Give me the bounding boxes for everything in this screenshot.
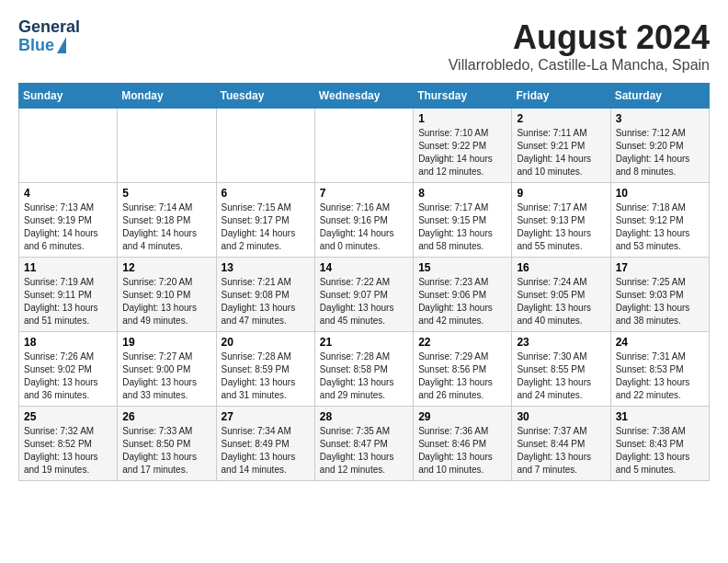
day-detail: Sunrise: 7:14 AM Sunset: 9:18 PM Dayligh…	[122, 201, 210, 253]
day-detail: Sunrise: 7:36 AM Sunset: 8:46 PM Dayligh…	[418, 425, 506, 477]
calendar-table: SundayMondayTuesdayWednesdayThursdayFrid…	[18, 83, 710, 481]
day-number: 2	[517, 112, 605, 125]
day-number: 21	[320, 336, 408, 349]
day-number: 12	[122, 261, 210, 274]
day-detail: Sunrise: 7:30 AM Sunset: 8:55 PM Dayligh…	[517, 350, 605, 402]
day-detail: Sunrise: 7:11 AM Sunset: 9:21 PM Dayligh…	[517, 127, 605, 178]
page-header: General Blue August 2024 Villarrobledo, …	[18, 18, 710, 74]
logo-general: General	[18, 18, 80, 37]
day-cell: 11Sunrise: 7:19 AM Sunset: 9:11 PM Dayli…	[19, 258, 118, 332]
day-detail: Sunrise: 7:21 AM Sunset: 9:08 PM Dayligh…	[222, 276, 310, 327]
day-detail: Sunrise: 7:24 AM Sunset: 9:05 PM Dayligh…	[517, 276, 605, 327]
day-detail: Sunrise: 7:10 AM Sunset: 9:22 PM Dayligh…	[418, 127, 506, 178]
header-thursday: Thursday	[414, 84, 512, 109]
day-number: 9	[517, 187, 605, 200]
day-cell: 2Sunrise: 7:11 AM Sunset: 9:21 PM Daylig…	[512, 109, 610, 183]
day-detail: Sunrise: 7:32 AM Sunset: 8:52 PM Dayligh…	[24, 425, 112, 477]
day-cell	[314, 109, 413, 183]
day-detail: Sunrise: 7:33 AM Sunset: 8:50 PM Dayligh…	[122, 425, 210, 477]
day-detail: Sunrise: 7:35 AM Sunset: 8:47 PM Dayligh…	[320, 425, 408, 477]
header-monday: Monday	[118, 84, 216, 109]
day-number: 23	[517, 336, 605, 349]
day-number: 10	[616, 187, 704, 200]
day-number: 16	[517, 261, 605, 274]
day-cell: 16Sunrise: 7:24 AM Sunset: 9:05 PM Dayli…	[512, 258, 610, 332]
day-number: 1	[418, 112, 506, 125]
day-cell	[19, 109, 118, 183]
day-cell: 23Sunrise: 7:30 AM Sunset: 8:55 PM Dayli…	[512, 332, 610, 407]
day-cell	[216, 109, 314, 183]
calendar-subtitle: Villarrobledo, Castille-La Mancha, Spain	[449, 57, 710, 74]
day-cell: 26Sunrise: 7:33 AM Sunset: 8:50 PM Dayli…	[118, 407, 216, 481]
day-cell: 9Sunrise: 7:17 AM Sunset: 9:13 PM Daylig…	[512, 183, 610, 258]
day-detail: Sunrise: 7:28 AM Sunset: 8:59 PM Dayligh…	[222, 350, 310, 402]
day-detail: Sunrise: 7:25 AM Sunset: 9:03 PM Dayligh…	[616, 276, 704, 327]
day-detail: Sunrise: 7:15 AM Sunset: 9:17 PM Dayligh…	[222, 201, 310, 253]
calendar-body: 1Sunrise: 7:10 AM Sunset: 9:22 PM Daylig…	[19, 109, 710, 481]
day-detail: Sunrise: 7:27 AM Sunset: 9:00 PM Dayligh…	[122, 350, 210, 402]
day-number: 4	[24, 187, 112, 200]
day-cell: 18Sunrise: 7:26 AM Sunset: 9:02 PM Dayli…	[19, 332, 118, 407]
calendar-title: August 2024	[449, 18, 710, 57]
day-cell: 17Sunrise: 7:25 AM Sunset: 9:03 PM Dayli…	[610, 258, 709, 332]
week-row-2: 4Sunrise: 7:13 AM Sunset: 9:19 PM Daylig…	[19, 183, 710, 258]
day-number: 26	[122, 410, 210, 423]
day-detail: Sunrise: 7:34 AM Sunset: 8:49 PM Dayligh…	[222, 425, 310, 477]
week-row-4: 18Sunrise: 7:26 AM Sunset: 9:02 PM Dayli…	[19, 332, 710, 407]
day-cell: 27Sunrise: 7:34 AM Sunset: 8:49 PM Dayli…	[216, 407, 314, 481]
day-cell: 7Sunrise: 7:16 AM Sunset: 9:16 PM Daylig…	[314, 183, 413, 258]
day-number: 5	[122, 187, 210, 200]
day-cell: 3Sunrise: 7:12 AM Sunset: 9:20 PM Daylig…	[610, 109, 709, 183]
day-detail: Sunrise: 7:22 AM Sunset: 9:07 PM Dayligh…	[320, 276, 408, 327]
day-cell: 30Sunrise: 7:37 AM Sunset: 8:44 PM Dayli…	[512, 407, 610, 481]
logo-text: General Blue	[18, 18, 80, 55]
day-detail: Sunrise: 7:16 AM Sunset: 9:16 PM Dayligh…	[320, 201, 408, 253]
day-cell: 22Sunrise: 7:29 AM Sunset: 8:56 PM Dayli…	[414, 332, 512, 407]
day-cell: 28Sunrise: 7:35 AM Sunset: 8:47 PM Dayli…	[314, 407, 413, 481]
header-sunday: Sunday	[19, 84, 118, 109]
day-cell: 31Sunrise: 7:38 AM Sunset: 8:43 PM Dayli…	[610, 407, 709, 481]
day-number: 28	[320, 410, 408, 423]
header-wednesday: Wednesday	[314, 84, 413, 109]
day-cell: 13Sunrise: 7:21 AM Sunset: 9:08 PM Dayli…	[216, 258, 314, 332]
day-number: 15	[418, 261, 506, 274]
day-number: 27	[222, 410, 310, 423]
day-cell: 21Sunrise: 7:28 AM Sunset: 8:58 PM Dayli…	[314, 332, 413, 407]
day-cell: 1Sunrise: 7:10 AM Sunset: 9:22 PM Daylig…	[414, 109, 512, 183]
day-detail: Sunrise: 7:28 AM Sunset: 8:58 PM Dayligh…	[320, 350, 408, 402]
day-number: 29	[418, 410, 506, 423]
day-number: 24	[616, 336, 704, 349]
header-saturday: Saturday	[610, 84, 709, 109]
day-cell: 5Sunrise: 7:14 AM Sunset: 9:18 PM Daylig…	[118, 183, 216, 258]
day-cell: 12Sunrise: 7:20 AM Sunset: 9:10 PM Dayli…	[118, 258, 216, 332]
day-detail: Sunrise: 7:31 AM Sunset: 8:53 PM Dayligh…	[616, 350, 704, 402]
day-detail: Sunrise: 7:20 AM Sunset: 9:10 PM Dayligh…	[122, 276, 210, 327]
day-cell: 10Sunrise: 7:18 AM Sunset: 9:12 PM Dayli…	[610, 183, 709, 258]
day-detail: Sunrise: 7:29 AM Sunset: 8:56 PM Dayligh…	[418, 350, 506, 402]
day-number: 7	[320, 187, 408, 200]
header-row: SundayMondayTuesdayWednesdayThursdayFrid…	[19, 84, 710, 109]
day-detail: Sunrise: 7:18 AM Sunset: 9:12 PM Dayligh…	[616, 201, 704, 253]
day-cell: 24Sunrise: 7:31 AM Sunset: 8:53 PM Dayli…	[610, 332, 709, 407]
day-detail: Sunrise: 7:38 AM Sunset: 8:43 PM Dayligh…	[616, 425, 704, 477]
logo: General Blue	[18, 18, 80, 55]
day-detail: Sunrise: 7:13 AM Sunset: 9:19 PM Dayligh…	[24, 201, 112, 253]
day-number: 13	[222, 261, 310, 274]
day-number: 11	[24, 261, 112, 274]
week-row-5: 25Sunrise: 7:32 AM Sunset: 8:52 PM Dayli…	[19, 407, 710, 481]
day-number: 25	[24, 410, 112, 423]
week-row-1: 1Sunrise: 7:10 AM Sunset: 9:22 PM Daylig…	[19, 109, 710, 183]
day-detail: Sunrise: 7:17 AM Sunset: 9:13 PM Dayligh…	[517, 201, 605, 253]
day-number: 8	[418, 187, 506, 200]
day-cell: 25Sunrise: 7:32 AM Sunset: 8:52 PM Dayli…	[19, 407, 118, 481]
day-cell: 8Sunrise: 7:17 AM Sunset: 9:15 PM Daylig…	[414, 183, 512, 258]
day-detail: Sunrise: 7:19 AM Sunset: 9:11 PM Dayligh…	[24, 276, 112, 327]
day-cell: 19Sunrise: 7:27 AM Sunset: 9:00 PM Dayli…	[118, 332, 216, 407]
day-cell: 29Sunrise: 7:36 AM Sunset: 8:46 PM Dayli…	[414, 407, 512, 481]
day-number: 30	[517, 410, 605, 423]
day-number: 20	[222, 336, 310, 349]
logo-triangle-icon	[57, 37, 66, 53]
day-detail: Sunrise: 7:23 AM Sunset: 9:06 PM Dayligh…	[418, 276, 506, 327]
day-detail: Sunrise: 7:37 AM Sunset: 8:44 PM Dayligh…	[517, 425, 605, 477]
title-area: August 2024 Villarrobledo, Castille-La M…	[449, 18, 710, 74]
